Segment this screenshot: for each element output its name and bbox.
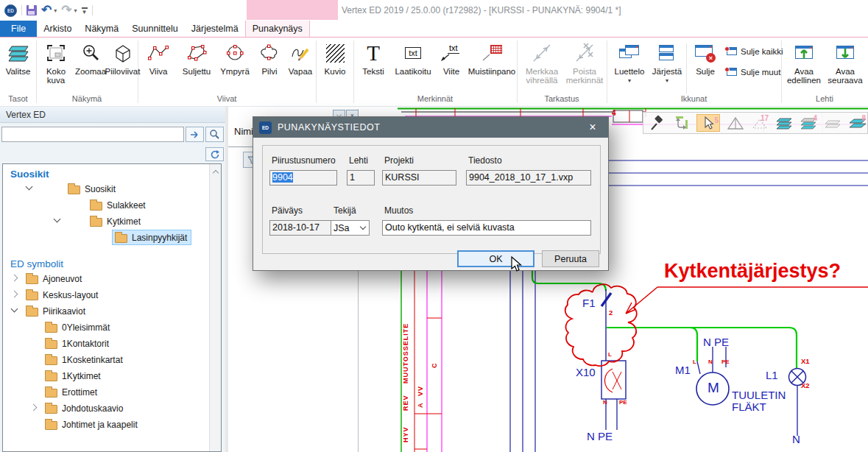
tree-item[interactable]: Johtimet ja kaapelit xyxy=(3,416,221,432)
sulje-kaikki-button[interactable]: Sulje kaikki xyxy=(724,46,783,57)
tab-nakyma[interactable]: Näkymä xyxy=(78,21,125,37)
dialog-app-icon: ED xyxy=(259,121,272,134)
tab-file[interactable]: File xyxy=(0,21,37,37)
select-tool-icon[interactable]: 5 xyxy=(696,114,720,132)
chevron-expanded-icon[interactable] xyxy=(54,216,61,223)
tree-item[interactable]: 1Kytkimet xyxy=(3,367,221,384)
dashed-triangle-tool-icon[interactable]: 17 xyxy=(751,114,769,132)
refresh-button[interactable] xyxy=(205,147,224,161)
tab-punakynays[interactable]: Punakynäys xyxy=(245,21,310,37)
tree-item[interactable]: 0Yleisimmät xyxy=(3,319,221,335)
tree-node[interactable]: Lasinpyyhkijät xyxy=(112,230,191,245)
triangle-tool-icon[interactable] xyxy=(727,114,744,132)
merkkaa-vihrealla-button[interactable]: Merkkaa vihreällä xyxy=(520,39,564,85)
zoomaa-button[interactable]: Zoomaa xyxy=(74,39,107,76)
search-input[interactable] xyxy=(1,127,184,142)
tree-node[interactable]: 0Yleisimmät xyxy=(42,319,114,335)
tree-scrollbar[interactable] xyxy=(209,164,221,452)
tree-item[interactable]: Lasinpyyhkijät xyxy=(3,229,221,245)
tekija-combobox[interactable]: JSa xyxy=(331,220,370,236)
viiva-button[interactable]: Viiva xyxy=(140,39,177,76)
chevron-expanded-icon[interactable] xyxy=(26,183,33,191)
schematic-label: N xyxy=(603,399,607,406)
muistiinpano-button[interactable]: Muistiinpano xyxy=(467,39,517,76)
layers-alt-tool-icon[interactable]: 4 xyxy=(800,114,817,132)
vapaa-button[interactable]: Vapaa xyxy=(286,39,315,76)
avaa-seuraava-button[interactable]: Avaa seuraava xyxy=(825,39,866,85)
luettelo-button[interactable]: Luettelo ▾ xyxy=(610,39,649,84)
tree-item[interactable]: Kytkimet xyxy=(3,213,221,229)
app-logo-icon[interactable]: ED xyxy=(4,4,17,17)
laatikoitu-button[interactable]: txt Laatikoitu xyxy=(390,39,436,76)
tree-node[interactable]: 1Kytkimet xyxy=(42,368,105,384)
teksti-button[interactable]: T Teksti xyxy=(356,39,390,76)
flat-layers-tool-icon[interactable]: 8 xyxy=(848,114,866,132)
layers-tool-icon[interactable] xyxy=(775,114,793,132)
save-icon[interactable] xyxy=(27,5,37,15)
tree-item[interactable]: 1Kontaktorit xyxy=(3,335,221,351)
tree-item[interactable]: Johdotuskaavio xyxy=(3,400,221,416)
suljettu-button[interactable]: Suljettu xyxy=(177,39,216,76)
chevron-collapsed-icon[interactable] xyxy=(11,275,18,282)
tree-node[interactable]: Kytkimet xyxy=(87,213,145,229)
koko-kuva-button[interactable]: Koko kuva xyxy=(38,39,74,85)
tree-item[interactable]: Sulakkeet xyxy=(3,197,221,213)
cancel-button[interactable]: Peruuta xyxy=(542,250,599,267)
search-find-button[interactable] xyxy=(205,127,224,142)
layers-disabled-tool-icon[interactable] xyxy=(824,114,841,132)
redo-dropdown-icon[interactable]: ▾ xyxy=(74,7,77,14)
tree-item[interactable]: Keskus-layout xyxy=(3,286,221,303)
tree-node[interactable]: Piirikaaviot xyxy=(23,303,90,319)
viite-button[interactable]: txt Viite xyxy=(436,39,467,76)
undo-dropdown-icon[interactable]: ▾ xyxy=(54,7,57,14)
valitse-button[interactable]: Valitse xyxy=(0,39,36,76)
dropdown-arrow-icon[interactable]: ▾ xyxy=(628,77,631,84)
tree-item-label: 0Yleisimmät xyxy=(62,322,110,333)
tab-arkisto[interactable]: Arkisto xyxy=(37,21,78,37)
tab-suunnittelu[interactable]: Suunnittelu xyxy=(125,21,185,37)
dropdown-arrow-icon[interactable]: ▾ xyxy=(666,77,668,84)
tree-node[interactable]: Johtimet ja kaapelit xyxy=(42,417,142,432)
piirustusnumero-field[interactable]: 9904 xyxy=(269,170,337,186)
kuvio-button[interactable]: Kuvio xyxy=(317,39,353,76)
tree-node[interactable]: Johdotuskaavio xyxy=(42,400,127,416)
poista-merkinnat-button[interactable]: Poista merkinnät xyxy=(564,39,605,85)
tree-item[interactable]: Erottimet xyxy=(3,384,221,400)
sulje-button[interactable]: × Sulje xyxy=(689,39,721,76)
tree-node[interactable]: 1Kontaktorit xyxy=(42,336,113,351)
piiloviivat-button[interactable]: Piiloviivat xyxy=(107,39,138,76)
chevron-expanded-icon[interactable] xyxy=(11,306,18,313)
undo-icon[interactable]: ↶ xyxy=(41,5,52,15)
ok-button[interactable]: OK xyxy=(457,250,534,267)
tree-node[interactable]: Ajoneuvot xyxy=(23,271,86,286)
tree-node[interactable]: Sulakkeet xyxy=(87,197,150,213)
tree-item[interactable]: 1Kosketinkartat xyxy=(3,351,221,367)
search-go-button[interactable] xyxy=(186,127,204,142)
redo-icon[interactable]: ↷ xyxy=(61,5,71,15)
customize-qat-icon[interactable]: ▾ xyxy=(82,7,88,13)
tree-node[interactable]: 1Kosketinkartat xyxy=(42,352,127,367)
lehti-field[interactable]: 1 xyxy=(347,170,375,186)
muutos-field[interactable]: Outo kytkentä, ei selviä kuvasta xyxy=(382,220,591,236)
tree-item[interactable]: Piirikaaviot xyxy=(3,303,221,319)
rotate-tool-icon[interactable] xyxy=(672,114,690,132)
dialog-close-icon[interactable]: × xyxy=(585,120,601,135)
ympyra-button[interactable]: Ympyrä xyxy=(216,39,253,76)
chevron-collapsed-icon[interactable] xyxy=(11,291,18,298)
pin-tool-icon[interactable] xyxy=(648,114,666,132)
tab-jarjestelma[interactable]: Järjestelmä xyxy=(185,21,245,37)
tree-node[interactable]: Suosikit xyxy=(65,181,120,197)
tree-item[interactable]: Suosikit xyxy=(3,180,221,197)
scroll-up-button[interactable] xyxy=(210,166,221,177)
projekti-field[interactable]: KURSSI xyxy=(382,170,456,186)
avaa-edellinen-button[interactable]: Avaa edellinen xyxy=(783,39,825,85)
pilvi-button[interactable]: Pilvi xyxy=(253,39,286,76)
tree-node[interactable]: Erottimet xyxy=(42,384,102,400)
tree-node[interactable]: Keskus-layout xyxy=(23,287,102,303)
tree-item[interactable]: Ajoneuvot xyxy=(3,270,221,286)
jarjesta-button[interactable]: Järjestä ▾ xyxy=(649,39,685,84)
chevron-collapsed-icon[interactable] xyxy=(30,404,38,412)
sulje-muut-button[interactable]: Sulje muut xyxy=(724,67,780,77)
paivays-field[interactable]: 2018-10-17 xyxy=(269,220,337,236)
tiedosto-field[interactable]: 9904_2018_10_17_1.vxp xyxy=(466,170,591,186)
